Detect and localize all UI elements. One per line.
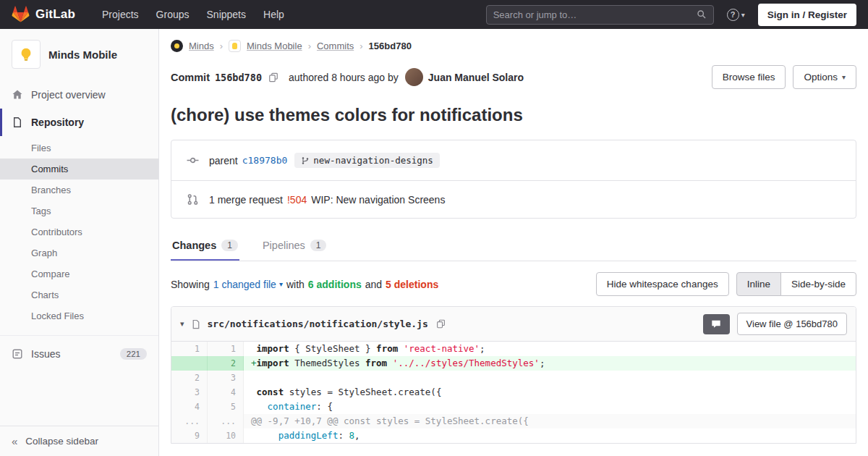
sidebar: Minds Mobile Project overview Repository… — [0, 29, 159, 456]
sidebar-item-repository[interactable]: Repository — [0, 109, 158, 136]
options-dropdown-button[interactable]: Options ▾ — [793, 65, 856, 89]
sidebar-item-locked-files[interactable]: Locked Files — [0, 305, 158, 326]
view-file-button[interactable]: View file @ 156bd780 — [737, 313, 847, 335]
mr-title: WIP: New navigation Screens — [311, 194, 445, 206]
sidebar-item-charts[interactable]: Charts — [0, 284, 158, 305]
new-line-number[interactable]: 5 — [208, 400, 244, 414]
help-icon: ? — [727, 9, 739, 21]
diff-line: ......@@ -9,7 +10,7 @@ const styles = St… — [171, 414, 856, 428]
sidebar-item-graph[interactable]: Graph — [0, 242, 158, 263]
nav-link-help[interactable]: Help — [255, 4, 292, 25]
copy-path-button[interactable] — [435, 318, 447, 330]
parent-sha-link[interactable]: c18978b0 — [242, 155, 288, 166]
copy-icon — [268, 72, 278, 83]
mr-count-text: 1 merge request — [209, 194, 283, 206]
old-line-number[interactable]: ... — [171, 414, 208, 428]
changed-files-dropdown[interactable]: 1 changed file ▾ — [213, 279, 283, 290]
old-line-number[interactable]: 1 — [171, 342, 208, 356]
code-cell: @@ -9,7 +10,7 @@ const styles = StyleShe… — [244, 414, 856, 428]
minds-avatar — [171, 40, 183, 52]
help-menu[interactable]: ? ▾ — [727, 9, 745, 21]
lightbulb-icon — [18, 46, 34, 62]
sidebar-item-files[interactable]: Files — [0, 138, 158, 159]
branch-badge[interactable]: new-navigation-designs — [294, 153, 440, 168]
old-line-number[interactable]: 2 — [171, 371, 208, 385]
new-line-number[interactable]: 4 — [208, 385, 244, 400]
collapse-sidebar-button[interactable]: « Collapse sidebar — [0, 426, 158, 456]
new-line-number[interactable]: 2 — [208, 356, 244, 371]
merge-request-row: 1 merge request !504 WIP: New navigation… — [171, 180, 856, 218]
mr-ref-link[interactable]: !504 — [287, 194, 307, 206]
diff-line: 2+import ThemedStyles from '../../styles… — [171, 356, 856, 371]
brand-name: GitLab — [35, 7, 75, 22]
sidebar-item-tags[interactable]: Tags — [0, 200, 158, 221]
nav-link-snippets[interactable]: Snippets — [199, 4, 254, 25]
new-line-number[interactable]: 3 — [208, 371, 244, 385]
sidebar-item-issues[interactable]: Issues 221 — [0, 340, 158, 368]
side-by-side-view-button[interactable]: Side-by-side — [780, 272, 856, 296]
tab-label: Pipelines — [263, 240, 305, 251]
nav-link-groups[interactable]: Groups — [148, 4, 197, 25]
diff-stats: Showing 1 changed file ▾ with 6 addition… — [171, 279, 438, 290]
sidebar-item-contributors[interactable]: Contributors — [0, 221, 158, 242]
chevron-down-icon: ▾ — [279, 280, 283, 288]
merge-request-icon — [183, 193, 202, 206]
diff-file-path[interactable]: src/notifications/notification/style.js — [208, 318, 428, 329]
inline-view-button[interactable]: Inline — [736, 272, 781, 296]
breadcrumb-item-minds-mobile[interactable]: Minds Mobile — [247, 41, 302, 51]
parent-row: parent c18978b0 new-navigation-designs — [171, 140, 856, 180]
breadcrumb: Minds›Minds Mobile›Commits›156bd780 — [171, 29, 856, 59]
toggle-comments-button[interactable] — [703, 314, 730, 334]
old-line-number[interactable]: 9 — [171, 428, 208, 443]
breadcrumb-item-commits[interactable]: Commits — [317, 41, 354, 51]
sign-in-button[interactable]: Sign in / Register — [758, 4, 856, 26]
new-line-number[interactable]: 1 — [208, 342, 244, 356]
chevron-down-icon: ▾ — [741, 11, 745, 19]
tabs: Changes1Pipelines1 — [171, 230, 856, 261]
sidebar-item-project-overview[interactable]: Project overview — [0, 81, 158, 109]
project-header-link[interactable]: Minds Mobile — [0, 29, 158, 78]
collapse-file-toggle[interactable]: ▾ — [180, 319, 184, 329]
author-avatar[interactable] — [405, 68, 423, 86]
project-name: Minds Mobile — [48, 48, 117, 61]
copy-icon — [436, 319, 446, 329]
tab-changes[interactable]: Changes1 — [171, 230, 239, 261]
diff-line: 23 — [171, 371, 856, 385]
copy-sha-button[interactable] — [267, 71, 280, 84]
commit-icon — [183, 154, 202, 166]
hide-whitespace-button[interactable]: Hide whitespace changes — [596, 272, 729, 296]
code-cell: +import ThemedStyles from '../../styles/… — [244, 356, 856, 371]
author-name[interactable]: Juan Manuel Solaro — [428, 72, 524, 83]
nav-link-projects[interactable]: Projects — [94, 4, 147, 25]
old-line-number[interactable]: 4 — [171, 400, 208, 414]
parent-label: parent — [209, 155, 238, 166]
new-line-number[interactable]: 10 — [208, 428, 244, 443]
diff-line: 11 import { StyleSheet } from 'react-nat… — [171, 342, 856, 356]
search-box[interactable] — [486, 5, 714, 25]
authored-text: authored 8 hours ago by — [289, 72, 399, 83]
sidebar-item-branches[interactable]: Branches — [0, 180, 158, 200]
options-label: Options — [804, 72, 838, 83]
old-line-number[interactable] — [171, 356, 208, 371]
search-icon[interactable] — [697, 9, 707, 20]
sidebar-item-commits[interactable]: Commits — [0, 159, 158, 180]
deletions-count: 5 deletions — [386, 279, 438, 290]
sidebar-item-compare[interactable]: Compare — [0, 263, 158, 284]
new-line-number[interactable]: ... — [208, 414, 244, 428]
breadcrumb-separator: › — [308, 41, 311, 51]
tab-count-badge: 1 — [310, 240, 327, 251]
nav-links: ProjectsGroupsSnippetsHelp — [94, 4, 292, 25]
repository-icon — [12, 117, 23, 128]
search-input[interactable] — [493, 9, 697, 20]
collapse-icon: « — [12, 436, 17, 447]
browse-files-button[interactable]: Browse files — [712, 65, 786, 89]
old-line-number[interactable]: 3 — [171, 385, 208, 400]
breadcrumb-item-minds[interactable]: Minds — [189, 41, 214, 51]
gitlab-home-link[interactable]: GitLab — [12, 6, 75, 23]
showing-label: Showing — [171, 279, 210, 290]
tab-pipelines[interactable]: Pipelines1 — [261, 230, 328, 261]
commit-info-box: parent c18978b0 new-navigation-designs — [171, 140, 856, 219]
diff-file-header: ▾ src/notifications/notification/style.j… — [171, 307, 856, 342]
diff-file-actions: View file @ 156bd780 — [703, 313, 847, 335]
comment-icon — [711, 319, 721, 329]
